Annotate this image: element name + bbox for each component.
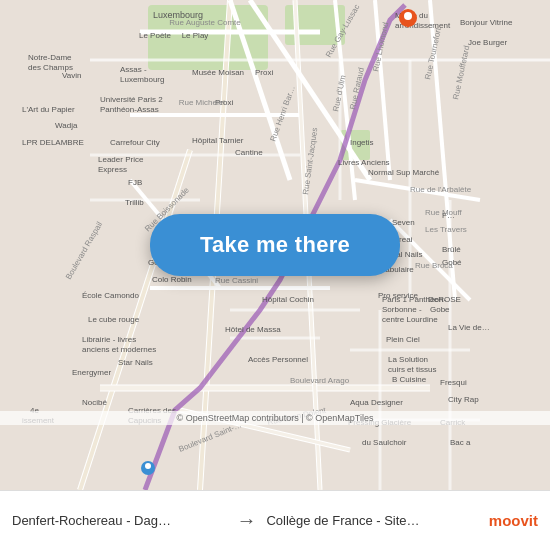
svg-text:Energymer: Energymer bbox=[72, 368, 111, 377]
svg-text:Assas -: Assas - bbox=[120, 65, 147, 74]
svg-text:Brûlé: Brûlé bbox=[442, 245, 461, 254]
svg-text:Boulevard Arago: Boulevard Arago bbox=[290, 376, 350, 385]
svg-text:du Saulchoir: du Saulchoir bbox=[362, 438, 407, 447]
svg-text:Sorbonne -: Sorbonne - bbox=[382, 305, 422, 314]
svg-text:Trillib: Trillib bbox=[125, 198, 144, 207]
svg-text:Carrefour City: Carrefour City bbox=[110, 138, 160, 147]
svg-text:City Rap: City Rap bbox=[448, 395, 479, 404]
svg-text:Hôtel de Massa: Hôtel de Massa bbox=[225, 325, 281, 334]
svg-text:Vavin: Vavin bbox=[62, 71, 81, 80]
moovit-brand-text: moovit bbox=[489, 512, 538, 529]
svg-text:Aqua Designer: Aqua Designer bbox=[350, 398, 403, 407]
svg-text:Star Nails: Star Nails bbox=[118, 358, 153, 367]
svg-text:anciens et modernes: anciens et modernes bbox=[82, 345, 156, 354]
svg-text:B Cuisine: B Cuisine bbox=[392, 375, 427, 384]
svg-text:DeROSE: DeROSE bbox=[428, 295, 461, 304]
svg-text:Rue Auguste Comte: Rue Auguste Comte bbox=[169, 18, 241, 27]
svg-point-131 bbox=[145, 463, 151, 469]
svg-text:École Camondo: École Camondo bbox=[82, 291, 139, 300]
svg-text:Le cube rouge: Le cube rouge bbox=[88, 315, 140, 324]
svg-text:Notre-Dame: Notre-Dame bbox=[28, 53, 72, 62]
map-attribution: © OpenStreetMap contributors | © OpenMap… bbox=[0, 411, 550, 425]
svg-text:Accès Personnel: Accès Personnel bbox=[248, 355, 308, 364]
svg-text:Gobe: Gobe bbox=[430, 305, 450, 314]
svg-text:cuirs et tissus: cuirs et tissus bbox=[388, 365, 436, 374]
bottom-bar: Denfert-Rochereau - Dag… → Collège de Fr… bbox=[0, 490, 550, 550]
arrow-section: → bbox=[226, 509, 266, 532]
svg-text:Hôpital Cochin: Hôpital Cochin bbox=[262, 295, 314, 304]
svg-text:Rue Cassini: Rue Cassini bbox=[215, 276, 258, 285]
svg-text:Les Travers: Les Travers bbox=[425, 225, 467, 234]
svg-text:La Vie de…: La Vie de… bbox=[448, 323, 490, 332]
svg-text:Cantine: Cantine bbox=[235, 148, 263, 157]
svg-text:Ingetis: Ingetis bbox=[350, 138, 374, 147]
svg-text:Panthéon-Assas: Panthéon-Assas bbox=[100, 105, 159, 114]
svg-text:Hôpital Tarnier: Hôpital Tarnier bbox=[192, 136, 244, 145]
svg-text:LPR DELAMBRE: LPR DELAMBRE bbox=[22, 138, 84, 147]
svg-text:Proxi: Proxi bbox=[255, 68, 273, 77]
svg-text:Normal Sup Marché: Normal Sup Marché bbox=[368, 168, 440, 177]
to-label: Collège de France - Site… bbox=[266, 513, 480, 528]
svg-text:Colo Robin: Colo Robin bbox=[152, 275, 192, 284]
svg-text:Le Poète: Le Poète bbox=[139, 31, 172, 40]
svg-text:Bonjour Vitrine: Bonjour Vitrine bbox=[460, 18, 513, 27]
svg-text:La Solution: La Solution bbox=[388, 355, 428, 364]
svg-text:Fresqui: Fresqui bbox=[440, 378, 467, 387]
svg-text:Musée Moisan: Musée Moisan bbox=[192, 68, 244, 77]
svg-text:Rue Michelet: Rue Michelet bbox=[179, 98, 226, 107]
arrow-right-icon: → bbox=[236, 509, 256, 532]
svg-text:Bac a: Bac a bbox=[450, 438, 471, 447]
take-me-there-button[interactable]: Take me there bbox=[150, 214, 400, 276]
svg-text:Rue de l'Arbalète: Rue de l'Arbalète bbox=[410, 185, 472, 194]
svg-text:Joe Burger: Joe Burger bbox=[468, 38, 507, 47]
svg-text:Le Play: Le Play bbox=[182, 31, 209, 40]
to-section: Collège de France - Site… bbox=[266, 513, 480, 528]
svg-text:Express: Express bbox=[98, 165, 127, 174]
svg-text:Plein Ciel: Plein Ciel bbox=[386, 335, 420, 344]
svg-text:Librairie - livres: Librairie - livres bbox=[82, 335, 136, 344]
svg-text:Leader Price: Leader Price bbox=[98, 155, 144, 164]
svg-text:Livres Anciens: Livres Anciens bbox=[338, 158, 390, 167]
svg-text:L'Art du Papier: L'Art du Papier bbox=[22, 105, 75, 114]
svg-text:Luxembourg: Luxembourg bbox=[120, 75, 164, 84]
svg-text:Université Paris 2: Université Paris 2 bbox=[100, 95, 163, 104]
svg-text:Rue Broca: Rue Broca bbox=[415, 261, 453, 270]
svg-text:centre Lourdine: centre Lourdine bbox=[382, 315, 438, 324]
svg-text:Nocibé: Nocibé bbox=[82, 398, 107, 407]
svg-text:Rue Mouff: Rue Mouff bbox=[425, 208, 463, 217]
svg-point-129 bbox=[404, 12, 412, 20]
from-label: Denfert-Rochereau - Dag… bbox=[12, 513, 226, 528]
svg-text:FJB: FJB bbox=[128, 178, 142, 187]
from-section: Denfert-Rochereau - Dag… bbox=[12, 513, 226, 528]
moovit-logo: moovit bbox=[481, 512, 538, 529]
map-container: Luxembourg Le Poète Le Play Notre-Dame d… bbox=[0, 0, 550, 490]
svg-text:Wadja: Wadja bbox=[55, 121, 78, 130]
